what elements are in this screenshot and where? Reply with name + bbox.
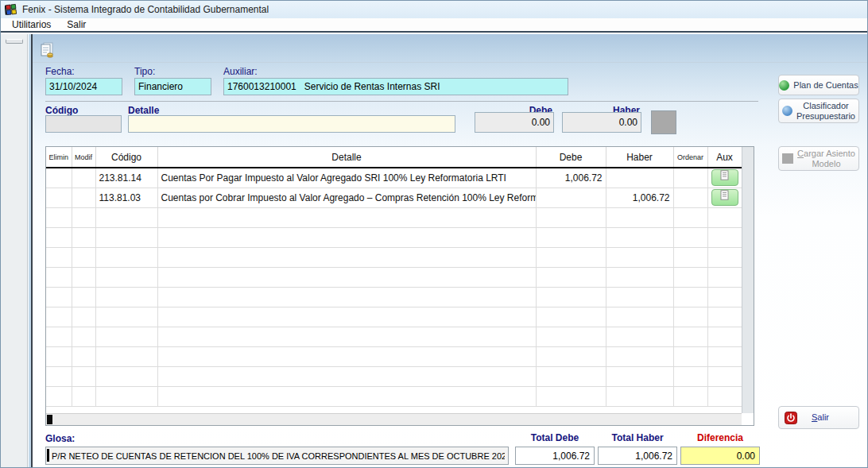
cell-haber (606, 168, 673, 188)
debe-entry-input[interactable] (475, 112, 554, 133)
auxiliar-label: Auxiliar: (223, 66, 258, 77)
toolbar-separator (33, 62, 868, 63)
document-icon (720, 170, 729, 180)
horizontal-scrollbar[interactable] (46, 413, 742, 425)
title-bar: Fenix - Sistema Integrado de Contabilida… (1, 1, 868, 18)
table-empty-row (46, 247, 742, 267)
detalle-entry-input[interactable] (128, 115, 455, 133)
col-haber: Haber (606, 147, 673, 168)
green-sphere-icon (779, 80, 789, 91)
haber-entry-input[interactable] (562, 112, 641, 133)
left-collapsed-panel (1, 34, 28, 468)
cell-haber: 1,006.72 (606, 188, 673, 207)
total-debe-label: Total Debe (515, 432, 595, 443)
window-title: Fenix - Sistema Integrado de Contabilida… (22, 4, 269, 15)
total-haber-label: Total Haber (598, 432, 677, 443)
section-separator (45, 101, 758, 102)
col-modif: Modif (72, 147, 95, 168)
clasificador-label: Clasificador Presupuestario (796, 101, 855, 121)
tipo-input[interactable] (134, 78, 211, 95)
clasificador-presupuestario-button[interactable]: Clasificador Presupuestario (778, 99, 859, 123)
app-icon (5, 3, 17, 16)
diferencia-input[interactable] (680, 447, 760, 465)
document-coins-icon (38, 41, 56, 59)
plan-de-cuentas-label: Plan de Cuentas (793, 80, 858, 91)
table-header-row: Elimin Modif Código Detalle Debe Haber O… (46, 147, 742, 168)
total-debe-input[interactable] (515, 447, 595, 465)
cargar-asiento-modelo-button[interactable]: Cargar Asiento Modelo (778, 146, 859, 171)
entries-table: Elimin Modif Código Detalle Debe Haber O… (46, 147, 742, 407)
glosa-input[interactable] (45, 447, 509, 465)
auxiliar-input[interactable] (223, 78, 568, 95)
table-empty-row (46, 386, 742, 406)
cell-codigo: 213.81.14 (95, 168, 157, 188)
col-aux: Aux (707, 147, 742, 168)
table-empty-row (46, 227, 742, 247)
aux-detail-button[interactable] (711, 189, 738, 206)
table-empty-row (46, 346, 742, 366)
menu-salir[interactable]: Salir (60, 18, 92, 31)
cargar-asiento-label: Cargar Asiento Modelo (797, 149, 855, 168)
app-window: Fenix - Sistema Integrado de Contabilida… (0, 0, 868, 468)
detalle-entry-label: Detalle (128, 105, 159, 116)
aux-detail-button[interactable] (711, 169, 738, 186)
new-entry-toolbar-button[interactable] (38, 41, 56, 59)
cell-debe: 1,006.72 (536, 168, 606, 188)
table-row[interactable]: 213.81.14 Cuentas Por Pagar Impuesto al … (46, 168, 742, 188)
fecha-label: Fecha: (45, 66, 75, 77)
col-codigo: Código (95, 147, 157, 168)
menu-bar: Utilitarios Salir (1, 18, 868, 33)
cell-codigo: 113.81.03 (95, 188, 157, 207)
salir-button[interactable]: Salir (778, 406, 859, 429)
cell-detalle: Cuentas Por Pagar Impuesto al Valor Agre… (157, 168, 536, 188)
add-entry-button[interactable] (651, 110, 676, 134)
splitter-grip[interactable] (6, 39, 23, 44)
power-icon (785, 412, 797, 424)
document-icon (720, 190, 729, 200)
menu-utilitarios[interactable]: Utilitarios (6, 18, 57, 31)
blue-sphere-icon (782, 106, 792, 116)
cell-detalle: Cuentas por Cobrar Impuesto al Valor Agr… (157, 188, 536, 207)
table-row[interactable]: 113.81.03 Cuentas por Cobrar Impuesto al… (46, 188, 742, 207)
glosa-field (45, 447, 509, 465)
cell-debe (536, 188, 606, 207)
entries-grid: Elimin Modif Código Detalle Debe Haber O… (45, 146, 754, 426)
table-empty-row (46, 267, 742, 287)
scrollbar-thumb[interactable] (47, 415, 52, 424)
codigo-entry-label: Código (45, 105, 78, 116)
diferencia-label: Diferencia (680, 432, 760, 443)
total-haber-input[interactable] (598, 447, 677, 465)
table-empty-row (46, 366, 742, 386)
table-empty-row (46, 307, 742, 327)
codigo-entry-input[interactable] (45, 115, 122, 133)
table-empty-row (46, 327, 742, 346)
salir-label: Salir (812, 412, 829, 423)
col-detalle: Detalle (157, 147, 536, 168)
text-cursor (47, 449, 49, 462)
gray-square-icon (782, 153, 793, 164)
fecha-input[interactable] (45, 78, 122, 95)
col-elimin: Elimin (46, 147, 72, 168)
vertical-scrollbar[interactable] (742, 147, 754, 413)
plan-de-cuentas-button[interactable]: Plan de Cuentas (778, 75, 859, 95)
col-ordenar: Ordenar (673, 147, 707, 168)
glosa-label: Glosa: (45, 433, 75, 444)
table-body: 213.81.14 Cuentas Por Pagar Impuesto al … (46, 168, 742, 406)
table-empty-row (46, 207, 742, 227)
table-empty-row (46, 287, 742, 307)
col-debe: Debe (536, 147, 606, 168)
tipo-label: Tipo: (134, 66, 155, 77)
